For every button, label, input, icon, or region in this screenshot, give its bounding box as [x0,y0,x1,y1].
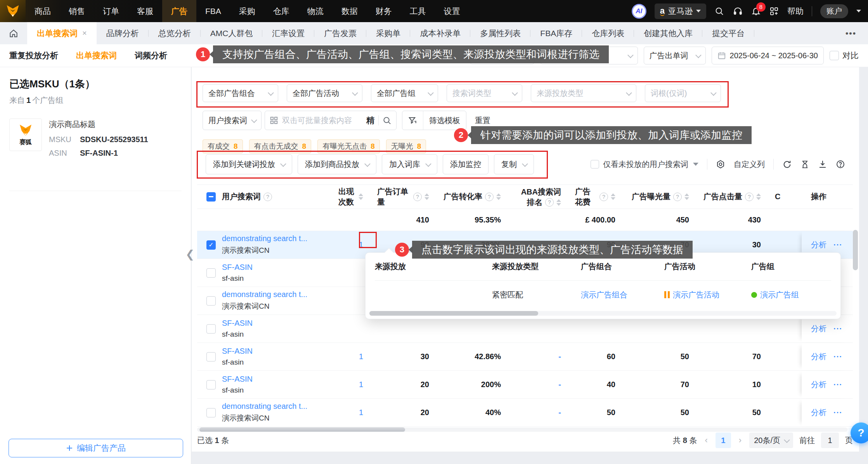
campaign-link[interactable]: 演示广告活动 [673,290,719,299]
tab-amc[interactable]: AMC人群包 [201,22,263,44]
only-unlaunched-label[interactable]: 仅看未投放的用户搜索词 [603,159,688,170]
customize-columns-icon[interactable] [716,160,725,169]
nav-data[interactable]: 数据 [333,0,367,22]
sidebar-collapse-handle[interactable]: ❮ [185,248,194,261]
headset-icon[interactable] [733,6,743,16]
row-checkbox[interactable] [206,352,216,361]
subnav-duplicate-analysis[interactable]: 重复投放分析 [9,50,58,61]
nav-finance[interactable]: 财务 [367,0,401,22]
analyze-link[interactable]: 分析 [811,351,826,362]
search-term-link[interactable]: SF-ASIN [222,375,253,383]
col-orders[interactable]: 广告订单量? [377,186,443,207]
analyze-link[interactable]: 分析 [811,407,826,418]
tab-active[interactable]: 出单搜索词 × [27,22,97,44]
nav-purchasing[interactable]: 采购 [230,0,264,22]
search-term-link[interactable]: demonstrating search t... [222,402,307,410]
row-checkbox[interactable] [206,380,216,389]
row-checkbox[interactable] [206,324,216,334]
download-icon[interactable] [818,160,827,169]
prev-page-icon[interactable]: ‹ [703,435,709,445]
search-term-link[interactable]: SF-ASIN [222,347,253,355]
customize-columns-label[interactable]: 自定义列 [734,159,765,170]
reset-button[interactable]: 重置 [475,115,490,126]
col-aba-rank[interactable]: ABA搜索词 排名? [515,186,575,208]
more-actions-icon[interactable]: ··· [833,408,842,417]
magnifier-icon[interactable] [383,116,392,125]
help-icon[interactable]: ? [263,193,272,201]
nav-service[interactable]: 客服 [128,0,162,22]
subnav-converting-terms[interactable]: 出单搜索词 [76,50,117,61]
compare-toggle[interactable]: 对比 [830,50,859,61]
goto-page-input[interactable] [821,433,839,448]
nav-products[interactable]: 商品 [26,0,60,22]
subnav-word-frequency[interactable]: 词频分析 [135,50,167,61]
nav-warehouse[interactable]: 仓库 [264,0,298,22]
row-checkbox[interactable] [206,408,216,417]
more-tabs-icon[interactable]: ••• [834,22,868,44]
sellfox-logo[interactable] [0,0,26,22]
occurrence-count-link[interactable]: 1 [359,380,363,389]
filter-funnel-icon[interactable] [402,111,423,130]
nav-advertising[interactable]: 广告 [162,0,196,22]
select-all-checkbox[interactable] [206,192,216,202]
more-actions-icon[interactable]: ··· [833,324,842,333]
tab-submit-platform[interactable]: 提交平台 [702,22,754,44]
row-checkbox[interactable] [206,296,216,306]
col-spend[interactable]: 广告花费? [575,186,629,207]
search-term-link[interactable]: SF-ASIN [222,319,253,327]
search-term-link[interactable]: demonstrating search t... [222,234,307,243]
notification-bell-icon[interactable]: 8 [751,6,761,16]
tab-purchase-order[interactable]: 采购单 [366,22,410,44]
tab-create-inbound[interactable]: 创建其他入库 [634,22,702,44]
edit-ad-products-button[interactable]: 编辑广告产品 [9,439,183,457]
nav-orders[interactable]: 订单 [94,0,128,22]
col-impressions[interactable]: 广告曝光量? [629,191,703,202]
account-button[interactable]: 账户 [820,4,848,18]
page-number[interactable]: 1 [716,433,731,448]
hourglass-icon[interactable] [800,160,809,169]
nav-sales[interactable]: 销售 [60,0,94,22]
help-icon[interactable] [836,160,845,169]
tab-multi-attr[interactable]: 多属性列表 [470,22,530,44]
tab-exchange-rate[interactable]: 汇率设置 [262,22,314,44]
filter-template-button[interactable]: 筛选模板 [423,111,466,130]
search-term-link[interactable]: SF-ASIN [222,263,253,271]
marketplace-switcher[interactable]: a 亚马逊 [655,3,706,19]
row-checkbox[interactable]: ✓ [206,240,216,250]
analyze-link[interactable]: 分析 [811,240,826,250]
refresh-icon[interactable] [782,160,792,169]
search-input[interactable] [282,116,362,125]
nav-tools[interactable]: 工具 [401,0,435,22]
more-actions-icon[interactable]: ··· [833,380,842,389]
occurrence-count-link[interactable]: 1 [359,352,363,361]
search-icon[interactable] [714,6,724,16]
word-type-select[interactable]: 广告出单词 [644,47,706,64]
adgroup-link[interactable]: 演示广告组 [760,290,799,299]
date-range-picker[interactable]: 2025-06-24 ~ 2025-06-30 [712,47,824,64]
search-term-link[interactable]: demonstrating search t... [222,290,307,299]
tab-ad-invoice[interactable]: 广告发票 [314,22,366,44]
chevron-down-icon[interactable] [856,10,861,12]
tab-overview[interactable]: 总览分析 [149,22,201,44]
row-checkbox[interactable] [206,268,216,278]
only-unlaunched-checkbox[interactable] [591,160,599,169]
ai-assistant-icon[interactable]: AI [632,4,646,19]
vertical-scrollbar[interactable] [853,230,858,270]
tab-brand-analysis[interactable]: 品牌分析 [97,22,149,44]
analyze-link[interactable]: 分析 [811,323,826,334]
apps-grid-icon[interactable] [769,6,779,16]
page-size-select[interactable]: 20条/页 [749,433,793,448]
compare-checkbox[interactable] [830,51,839,60]
tab-fba-inventory[interactable]: FBA库存 [530,22,582,44]
exact-match-toggle[interactable]: 精 [366,115,374,126]
nav-fba[interactable]: FBA [196,0,230,22]
col-clicks[interactable]: 广告点击量? [703,191,775,202]
occurrence-count-link[interactable]: 1 [359,408,363,417]
more-actions-icon[interactable]: ··· [833,352,842,361]
tab-cost-entry[interactable]: 成本补录单 [410,22,470,44]
tab-warehouse-list[interactable]: 仓库列表 [582,22,634,44]
analyze-link[interactable]: 分析 [811,379,826,390]
col-cvr[interactable]: 广告转化率? [443,191,515,202]
nav-logistics[interactable]: 物流 [298,0,333,22]
more-actions-icon[interactable]: ··· [833,240,842,249]
